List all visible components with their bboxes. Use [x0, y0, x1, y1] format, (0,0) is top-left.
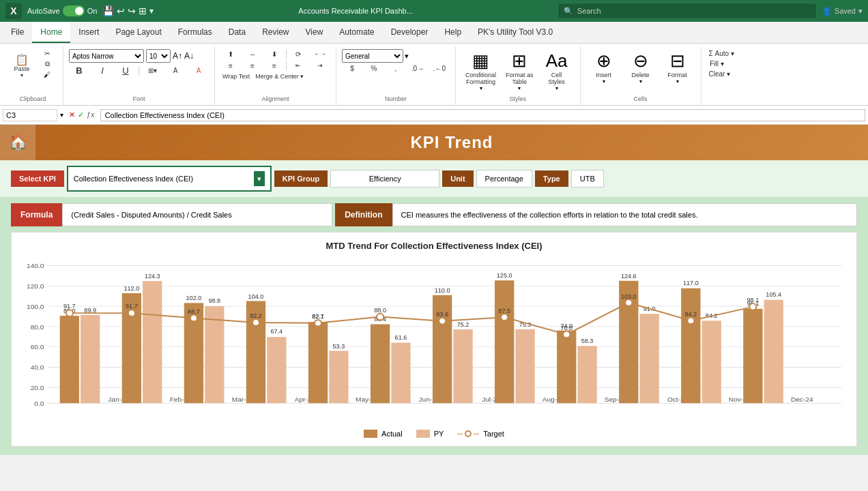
tab-data[interactable]: Data — [220, 22, 254, 43]
number-label: Number — [342, 93, 450, 102]
percent-button[interactable]: % — [364, 64, 384, 73]
tab-page-layout[interactable]: Page Layout — [107, 22, 169, 43]
align-right-button[interactable]: ≡ — [264, 61, 285, 70]
increase-font-icon[interactable]: A↑ — [173, 51, 182, 61]
fill-button[interactable]: Fill ▾ — [707, 59, 727, 68]
tab-file[interactable]: File — [3, 22, 32, 43]
tab-developer[interactable]: Developer — [383, 22, 437, 43]
clipboard-label: Clipboard — [8, 93, 57, 102]
autosave-label: AutoSave — [27, 7, 60, 15]
format-painter-button[interactable]: 🖌 — [37, 70, 57, 79]
ribbon-group-clipboard: 📋 Paste ▾ ✂ ⧉ 🖌 Clipboard — [3, 46, 63, 105]
select-kpi-label: Select KPI — [11, 170, 64, 187]
insert-button[interactable]: ⊕ Insert ▾ — [586, 49, 622, 86]
svg-text:98.8: 98.8 — [208, 298, 220, 305]
font-divider — [139, 66, 139, 76]
italic-button[interactable]: I — [92, 65, 113, 76]
save-icon[interactable]: 💾 — [102, 5, 114, 16]
undo-icon[interactable]: ↩ — [117, 5, 125, 16]
tab-help[interactable]: Help — [436, 22, 469, 43]
formula-content: (Credit Sales - Disputed Amounts) / Cred… — [62, 203, 332, 226]
indent-button[interactable]: ←→ — [310, 49, 330, 59]
decrease-font-icon[interactable]: A↓ — [184, 51, 194, 61]
copy-button[interactable]: ⧉ — [37, 59, 57, 69]
formula-input[interactable]: Collection Effectiveness Index (CEI) — [100, 109, 865, 121]
decimal-decrease-button[interactable]: .←0 — [429, 64, 450, 73]
wrap-text-button[interactable]: Wrap Text — [220, 72, 252, 80]
svg-text:75.2: 75.2 — [457, 321, 469, 328]
font-color-button[interactable]: A — [188, 66, 209, 75]
grid-icon[interactable]: ⊞ — [139, 5, 147, 16]
number-format-selector[interactable]: General — [342, 49, 403, 63]
search-placeholder-label: Search — [577, 7, 601, 15]
thousands-button[interactable]: , — [386, 64, 406, 73]
autosave-control: AutoSave On — [27, 5, 97, 16]
bold-button[interactable]: B — [69, 65, 89, 76]
kpi-title: KPI Trend — [35, 133, 868, 152]
kpi-header: 🏠 KPI Trend — [0, 125, 868, 160]
format-table-icon: ⊞ — [512, 50, 527, 72]
home-icon[interactable]: 🏠 — [0, 125, 35, 160]
conditional-formatting-button[interactable]: ▦ ConditionalFormatting ▾ — [461, 49, 500, 93]
ribbon-group-editing: Σ Auto ▾ Fill ▾ Clear ▾ — [701, 46, 742, 105]
font-controls: Aptos Narrow 10 A↑ A↓ B I U ⊞▾ A — [69, 49, 209, 93]
tab-formulas[interactable]: Formulas — [170, 22, 220, 43]
align-center-button[interactable]: ≡ — [242, 61, 263, 70]
autosave-toggle[interactable] — [63, 5, 85, 16]
unit-label: Unit — [442, 170, 473, 187]
font-size-selector[interactable]: 10 — [146, 49, 171, 63]
chart-container: MTD Trend For Collection Effectiveness I… — [11, 232, 857, 447]
format-button[interactable]: ⊟ Format ▾ — [660, 49, 695, 86]
confirm-icon[interactable]: ✓ — [78, 110, 84, 119]
kpi-dropdown-arrow-icon[interactable]: ▾ — [254, 171, 265, 186]
fill-color-button[interactable]: A — [165, 66, 186, 75]
cancel-icon[interactable]: ✕ — [69, 110, 75, 119]
target-dot-feb — [128, 310, 135, 316]
conditional-formatting-label: ConditionalFormatting — [465, 72, 496, 85]
align-top-button[interactable]: ⬆ — [220, 49, 241, 59]
svg-text:105.4: 105.4 — [766, 291, 781, 298]
formula-bar: C3 ▾ ✕ ✓ ƒx Collection Effectiveness Ind… — [0, 106, 868, 125]
increase-indent-button[interactable]: ⇥ — [310, 61, 330, 70]
svg-text:20.0: 20.0 — [31, 384, 44, 391]
function-icon[interactable]: ƒx — [87, 110, 95, 119]
tab-home[interactable]: Home — [32, 22, 70, 43]
tab-insert[interactable]: Insert — [70, 22, 107, 43]
paste-button[interactable]: 📋 Paste ▾ — [8, 49, 35, 83]
align-middle-button[interactable]: ↔ — [242, 49, 263, 59]
conditional-formatting-arrow: ▾ — [480, 85, 482, 91]
more-tools-icon[interactable]: ▾ — [149, 6, 154, 16]
decrease-indent-button[interactable]: ⇤ — [288, 61, 308, 70]
ribbon-group-styles: ▦ ConditionalFormatting ▾ ⊞ Format asTab… — [456, 46, 581, 105]
target-dot-dec — [749, 303, 756, 310]
format-as-table-button[interactable]: ⊞ Format asTable ▾ — [502, 49, 538, 93]
conditional-formatting-icon: ▦ — [472, 50, 489, 72]
cell-styles-button[interactable]: Aa CellStyles ▾ — [539, 49, 575, 93]
svg-text:120.0: 120.0 — [27, 282, 44, 290]
clear-button[interactable]: Clear ▾ — [707, 70, 733, 78]
currency-button[interactable]: $ — [342, 64, 362, 73]
tab-automate[interactable]: Automate — [331, 22, 382, 43]
cut-button[interactable]: ✂ — [37, 49, 57, 58]
border-button[interactable]: ⊞▾ — [142, 66, 162, 75]
redo-icon[interactable]: ↪ — [128, 5, 136, 16]
expand-icon[interactable]: ▾ — [60, 111, 63, 119]
underline-button[interactable]: U — [115, 65, 136, 76]
autosum-button[interactable]: Σ Auto ▾ — [707, 49, 736, 58]
tab-pk-utility[interactable]: PK's Utility Tool V3.0 — [469, 22, 561, 43]
align-bottom-button[interactable]: ⬇ — [264, 49, 285, 59]
delete-button[interactable]: ⊖ Delete ▾ — [623, 49, 659, 86]
search-bar[interactable]: 🔍 Search — [558, 3, 817, 19]
tab-review[interactable]: Review — [254, 22, 297, 43]
kpi-group-value: Efficiency — [330, 170, 439, 188]
font-name-selector[interactable]: Aptos Narrow — [69, 49, 144, 63]
kpi-dropdown[interactable]: Collection Effectiveness Index (CEI) ▾ — [67, 166, 272, 192]
legend-target-label: Target — [483, 430, 504, 438]
decimal-increase-button[interactable]: .0→ — [407, 64, 428, 73]
merge-center-button[interactable]: Merge & Center ▾ — [253, 72, 306, 80]
align-left-button[interactable]: ≡ — [220, 61, 241, 70]
text-direction-button[interactable]: ⟳ — [288, 49, 308, 59]
number-format-arrow[interactable]: ▾ — [405, 52, 409, 61]
tab-view[interactable]: View — [298, 22, 332, 43]
cell-reference[interactable]: C3 — [3, 109, 57, 121]
